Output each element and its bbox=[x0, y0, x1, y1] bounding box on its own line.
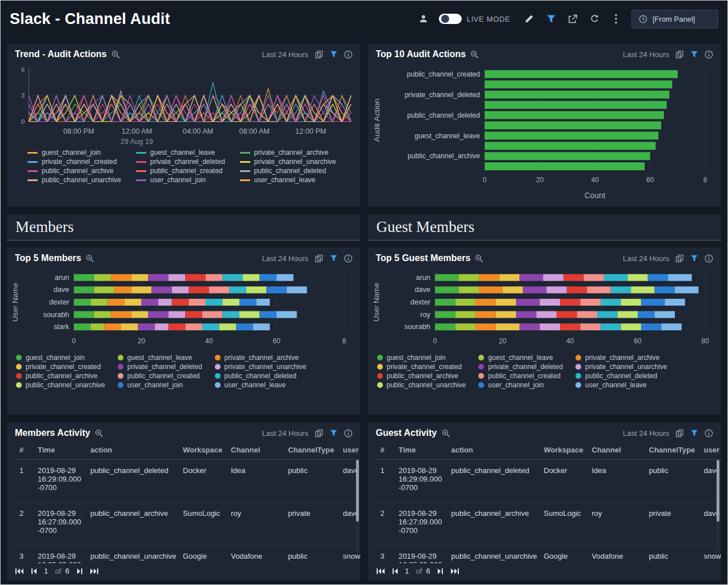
column-header[interactable]: action bbox=[86, 440, 178, 460]
first-page-button[interactable] bbox=[376, 568, 385, 575]
legend-item[interactable]: private_channel_archive bbox=[575, 354, 667, 362]
legend-item[interactable]: guest_channel_leave bbox=[478, 354, 563, 362]
legend-item[interactable]: public_channel_unarchive bbox=[377, 381, 466, 389]
copy-icon[interactable] bbox=[675, 50, 684, 59]
legend-item[interactable]: public_channel_deleted bbox=[575, 372, 667, 380]
legend-item[interactable]: user_channel_leave bbox=[240, 176, 336, 184]
legend-label: public_channel_archive bbox=[42, 167, 113, 175]
panel-filter-icon[interactable] bbox=[330, 254, 338, 262]
column-header[interactable]: Time bbox=[33, 440, 86, 460]
edit-pencil-icon[interactable] bbox=[523, 13, 535, 25]
legend-item[interactable]: user_channel_join bbox=[136, 176, 225, 184]
zoom-icon[interactable] bbox=[95, 429, 103, 438]
legend-item[interactable]: user_channel_leave bbox=[575, 381, 667, 389]
legend-item[interactable]: user_channel_join bbox=[478, 381, 563, 389]
column-header[interactable]: user bbox=[699, 440, 722, 460]
kebab-menu-icon[interactable] bbox=[610, 13, 622, 25]
copy-icon[interactable] bbox=[675, 254, 684, 263]
info-icon[interactable] bbox=[344, 429, 353, 438]
panel-filter-icon[interactable] bbox=[690, 254, 698, 262]
copy-icon[interactable] bbox=[315, 429, 323, 438]
table-scrollbar[interactable] bbox=[717, 460, 719, 554]
legend-item[interactable]: public_channel_deleted bbox=[240, 167, 336, 175]
live-mode-toggle[interactable] bbox=[439, 14, 462, 24]
legend-item[interactable]: private_channel_deleted bbox=[118, 363, 202, 371]
copy-icon[interactable] bbox=[315, 50, 323, 59]
legend-item[interactable]: guest_channel_leave bbox=[136, 149, 225, 157]
info-icon[interactable] bbox=[705, 429, 713, 438]
column-header[interactable]: # bbox=[376, 440, 394, 460]
zoom-icon[interactable] bbox=[442, 429, 450, 438]
top5-guests-stacked-chart[interactable]: 020406080arundavedexterroysourabhUser Na… bbox=[368, 266, 722, 352]
legend-item[interactable]: public_channel_deleted bbox=[215, 372, 306, 380]
legend-item[interactable]: private_channel_deleted bbox=[478, 363, 563, 371]
filter-funnel-icon[interactable] bbox=[545, 13, 557, 25]
column-header[interactable]: # bbox=[15, 440, 33, 460]
zoom-icon[interactable] bbox=[475, 254, 483, 263]
scrollbar-thumb[interactable] bbox=[356, 460, 359, 522]
legend-item[interactable]: public_channel_created bbox=[136, 167, 225, 175]
legend-item[interactable]: private_channel_created bbox=[377, 363, 466, 371]
top10-bar-chart[interactable]: 02040608public_channel_createdprivate_ch… bbox=[368, 62, 722, 207]
legend-item[interactable]: public_channel_created bbox=[478, 372, 563, 380]
copy-icon[interactable] bbox=[675, 429, 684, 438]
legend-item[interactable]: public_channel_archive bbox=[27, 167, 121, 175]
info-icon[interactable] bbox=[705, 254, 713, 263]
zoom-icon[interactable] bbox=[86, 254, 94, 263]
column-header[interactable]: action bbox=[447, 440, 539, 460]
info-icon[interactable] bbox=[344, 50, 353, 59]
scrollbar-thumb[interactable] bbox=[717, 460, 719, 522]
panel-filter-icon[interactable] bbox=[330, 429, 338, 437]
legend-item[interactable]: public_channel_unarchive bbox=[16, 381, 105, 389]
column-header[interactable]: Channel bbox=[587, 440, 645, 460]
prev-page-button[interactable] bbox=[392, 568, 398, 575]
info-icon[interactable] bbox=[344, 254, 353, 263]
legend-item[interactable]: private_channel_created bbox=[27, 158, 121, 166]
first-page-button[interactable] bbox=[15, 568, 24, 575]
legend-item[interactable]: private_channel_archive bbox=[215, 354, 306, 362]
legend-item[interactable]: private_channel_created bbox=[16, 363, 105, 371]
trend-line-chart[interactable]: 03608:00 PM12:00 AM29 Aug 1904:00 AM08:0… bbox=[7, 62, 361, 147]
column-header[interactable]: ChannelType bbox=[645, 440, 699, 460]
legend-item[interactable]: guest_channel_join bbox=[27, 149, 121, 157]
last-page-button[interactable] bbox=[90, 568, 99, 575]
legend-item[interactable]: public_channel_archive bbox=[377, 372, 466, 380]
next-page-button[interactable] bbox=[77, 568, 83, 575]
legend-item[interactable]: guest_channel_join bbox=[377, 354, 466, 362]
column-header[interactable]: Workspace bbox=[178, 440, 226, 460]
column-header[interactable]: Workspace bbox=[539, 440, 587, 460]
column-header[interactable]: Channel bbox=[226, 440, 283, 460]
legend-item[interactable]: user_channel_join bbox=[118, 381, 202, 389]
last-page-button[interactable] bbox=[450, 568, 459, 575]
copy-icon[interactable] bbox=[315, 254, 323, 263]
legend-item[interactable]: private_channel_unarchive bbox=[240, 158, 336, 166]
info-icon[interactable] bbox=[705, 50, 713, 59]
prev-page-button[interactable] bbox=[31, 568, 37, 575]
legend-item[interactable]: public_channel_created bbox=[118, 372, 202, 380]
legend-item[interactable]: public_channel_archive bbox=[16, 372, 105, 380]
refresh-icon[interactable] bbox=[588, 13, 601, 25]
user-icon[interactable] bbox=[417, 13, 430, 25]
table-scrollbar[interactable] bbox=[356, 460, 359, 554]
column-header[interactable]: ChannelType bbox=[283, 440, 338, 460]
svg-text:sourabh: sourabh bbox=[404, 323, 430, 331]
legend-item[interactable]: user_channel_leave bbox=[215, 381, 306, 389]
legend-item[interactable]: private_channel_unarchive bbox=[575, 363, 667, 371]
legend-item[interactable]: guest_channel_leave bbox=[118, 354, 202, 362]
next-page-button[interactable] bbox=[437, 568, 443, 575]
legend-item[interactable]: private_channel_deleted bbox=[136, 158, 225, 166]
column-header[interactable]: Time bbox=[394, 440, 447, 460]
legend-item[interactable]: guest_channel_join bbox=[16, 354, 105, 362]
legend-item[interactable]: private_channel_archive bbox=[240, 149, 336, 157]
panel-filter-icon[interactable] bbox=[690, 429, 698, 437]
time-range-selector[interactable]: [From Panel] bbox=[631, 10, 718, 29]
zoom-icon[interactable] bbox=[470, 50, 479, 59]
share-export-icon[interactable] bbox=[566, 13, 579, 25]
zoom-icon[interactable] bbox=[111, 50, 120, 59]
top5-members-stacked-chart[interactable]: 02040608arundavedextersourabhstarkUser N… bbox=[7, 266, 361, 352]
column-header[interactable]: user bbox=[338, 440, 361, 460]
legend-item[interactable]: public_channel_unarchive bbox=[27, 176, 121, 184]
panel-filter-icon[interactable] bbox=[690, 50, 698, 58]
panel-filter-icon[interactable] bbox=[330, 50, 338, 58]
legend-item[interactable]: private_channel_unarchive bbox=[215, 363, 306, 371]
